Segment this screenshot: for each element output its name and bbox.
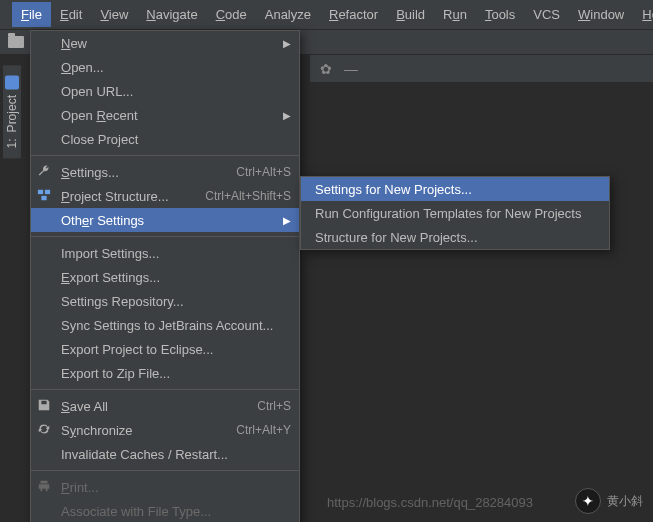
menu-item-label: Export to Zip File... <box>61 366 291 381</box>
blank-icon <box>37 341 53 357</box>
menu-view[interactable]: View <box>91 2 137 27</box>
shortcut-label: Ctrl+Alt+Y <box>236 423 291 437</box>
file-menu-export-to-zip-file[interactable]: Export to Zip File... <box>31 361 299 385</box>
menu-separator <box>31 389 299 390</box>
shortcut-label: Ctrl+Alt+Shift+S <box>205 189 291 203</box>
blank-icon <box>37 293 53 309</box>
blank-icon <box>37 365 53 381</box>
menu-item-label: Export Settings... <box>61 270 291 285</box>
wrench-icon <box>37 164 53 180</box>
file-menu-sync-settings-to-jetbrains-account[interactable]: Sync Settings to JetBrains Account... <box>31 313 299 337</box>
structure-icon <box>37 188 53 204</box>
editor-toolbar: ✿ — <box>310 55 653 83</box>
menu-item-label: Print... <box>61 480 291 495</box>
menu-navigate[interactable]: Navigate <box>137 2 206 27</box>
file-menu-print: Print... <box>31 475 299 499</box>
blank-icon <box>37 503 53 519</box>
menu-refactor[interactable]: Refactor <box>320 2 387 27</box>
save-icon <box>37 398 53 414</box>
file-menu-settings-repository[interactable]: Settings Repository... <box>31 289 299 313</box>
submenu-settings-for-new-projects[interactable]: Settings for New Projects... <box>301 177 609 201</box>
svg-rect-2 <box>41 196 46 200</box>
menu-item-label: Synchronize <box>61 423 236 438</box>
gear-icon[interactable]: ✿ <box>320 61 332 77</box>
watermark-avatar-icon: ✦ <box>575 488 601 514</box>
menu-edit[interactable]: Edit <box>51 2 91 27</box>
menu-separator <box>31 236 299 237</box>
file-menu-associate-with-file-type: Associate with File Type... <box>31 499 299 522</box>
tool-tab-index: 1: <box>5 138 19 148</box>
blank-icon <box>37 317 53 333</box>
file-menu-other-settings[interactable]: Other Settings▶ <box>31 208 299 232</box>
submenu-item-label: Settings for New Projects... <box>315 182 601 197</box>
submenu-arrow-icon: ▶ <box>283 215 291 226</box>
menu-item-label: New <box>61 36 291 51</box>
submenu-item-label: Run Configuration Templates for New Proj… <box>315 206 601 221</box>
blank-icon <box>37 269 53 285</box>
menu-item-label: Open... <box>61 60 291 75</box>
blank-icon <box>37 212 53 228</box>
file-menu-synchronize[interactable]: SynchronizeCtrl+Alt+Y <box>31 418 299 442</box>
file-menu-export-project-to-eclipse[interactable]: Export Project to Eclipse... <box>31 337 299 361</box>
blank-icon <box>37 35 53 51</box>
submenu-item-label: Structure for New Projects... <box>315 230 601 245</box>
project-icon <box>5 75 19 89</box>
file-menu-open[interactable]: Open... <box>31 55 299 79</box>
file-menu-import-settings[interactable]: Import Settings... <box>31 241 299 265</box>
menu-tools[interactable]: Tools <box>476 2 524 27</box>
print-icon <box>37 479 53 495</box>
project-tool-tab[interactable]: 1: Project <box>3 65 21 158</box>
menu-item-label: Close Project <box>61 132 291 147</box>
minimize-icon[interactable]: — <box>344 61 358 77</box>
blank-icon <box>37 446 53 462</box>
menu-item-label: Settings... <box>61 165 236 180</box>
file-menu-project-structure[interactable]: Project Structure...Ctrl+Alt+Shift+S <box>31 184 299 208</box>
menu-item-label: Sync Settings to JetBrains Account... <box>61 318 291 333</box>
menu-item-label: Open Recent <box>61 108 291 123</box>
file-menu-dropdown: New▶Open...Open URL...Open Recent▶Close … <box>30 30 300 522</box>
menu-item-label: Export Project to Eclipse... <box>61 342 291 357</box>
file-menu-export-settings[interactable]: Export Settings... <box>31 265 299 289</box>
menu-separator <box>31 470 299 471</box>
blank-icon <box>37 131 53 147</box>
folder-icon <box>8 36 24 48</box>
svg-rect-0 <box>38 190 43 194</box>
submenu-run-configuration-templates-for-new-projects[interactable]: Run Configuration Templates for New Proj… <box>301 201 609 225</box>
blank-icon <box>37 83 53 99</box>
menu-item-label: Settings Repository... <box>61 294 291 309</box>
menu-code[interactable]: Code <box>207 2 256 27</box>
submenu-arrow-icon: ▶ <box>283 110 291 121</box>
watermark-name: 黄小斜 <box>607 493 643 510</box>
menu-item-label: Open URL... <box>61 84 291 99</box>
file-menu-save-all[interactable]: Save AllCtrl+S <box>31 394 299 418</box>
menu-file[interactable]: File <box>12 2 51 27</box>
menu-window[interactable]: Window <box>569 2 633 27</box>
menu-item-label: Invalidate Caches / Restart... <box>61 447 291 462</box>
tool-tab-label: Project <box>5 95 19 132</box>
menubar: FileEditViewNavigateCodeAnalyzeRefactorB… <box>0 0 653 30</box>
menu-run[interactable]: Run <box>434 2 476 27</box>
menu-vcs[interactable]: VCS <box>524 2 569 27</box>
file-menu-open-recent[interactable]: Open Recent▶ <box>31 103 299 127</box>
sync-icon <box>37 422 53 438</box>
file-menu-invalidate-caches-restart[interactable]: Invalidate Caches / Restart... <box>31 442 299 466</box>
menu-item-label: Import Settings... <box>61 246 291 261</box>
menu-item-label: Save All <box>61 399 257 414</box>
submenu-structure-for-new-projects[interactable]: Structure for New Projects... <box>301 225 609 249</box>
svg-rect-1 <box>45 190 50 194</box>
menu-analyze[interactable]: Analyze <box>256 2 320 27</box>
blank-icon <box>37 59 53 75</box>
menu-build[interactable]: Build <box>387 2 434 27</box>
file-menu-new[interactable]: New▶ <box>31 31 299 55</box>
menu-help[interactable]: Help <box>633 2 653 27</box>
file-menu-open-url[interactable]: Open URL... <box>31 79 299 103</box>
editor-area: ✿ — <box>310 55 653 522</box>
other-settings-submenu: Settings for New Projects...Run Configur… <box>300 176 610 250</box>
menu-item-label: Project Structure... <box>61 189 205 204</box>
file-menu-settings[interactable]: Settings...Ctrl+Alt+S <box>31 160 299 184</box>
watermark: ✦ 黄小斜 <box>575 488 643 514</box>
shortcut-label: Ctrl+Alt+S <box>236 165 291 179</box>
shortcut-label: Ctrl+S <box>257 399 291 413</box>
blank-icon <box>37 107 53 123</box>
file-menu-close-project[interactable]: Close Project <box>31 127 299 151</box>
